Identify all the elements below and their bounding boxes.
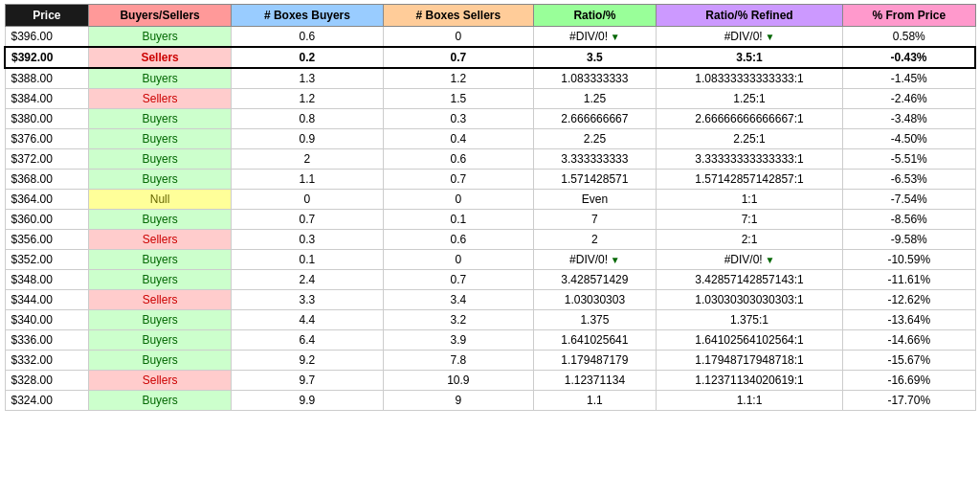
from-price-cell: -0.43% xyxy=(843,47,975,68)
buyers-sellers-cell: Buyers xyxy=(89,68,232,89)
ratio-arrow-icon: ▼ xyxy=(608,32,620,42)
boxes-buyers-cell: 0.9 xyxy=(231,129,383,149)
boxes-buyers-cell: 1.2 xyxy=(231,89,383,109)
table-row: $372.00Buyers20.63.3333333333.3333333333… xyxy=(5,149,975,170)
boxes-sellers-cell: 3.9 xyxy=(383,330,533,351)
boxes-sellers-cell: 0 xyxy=(383,27,533,48)
boxes-sellers-cell: 0.7 xyxy=(383,170,533,190)
table-row: $384.00Sellers1.21.51.251.25:1-2.46% xyxy=(5,89,975,109)
ratio-refined-cell: 1.57142857142857:1 xyxy=(656,170,842,190)
table-row: $396.00Buyers0.60#DIV/0! ▼#DIV/0! ▼0.58% xyxy=(5,27,975,48)
boxes-sellers-cell: 0.7 xyxy=(383,270,533,290)
buyers-sellers-header: Buyers/Sellers xyxy=(89,5,232,27)
from-price-cell: -9.58% xyxy=(843,230,975,250)
boxes-buyers-cell: 6.4 xyxy=(231,330,383,351)
price-header: Price xyxy=(5,5,89,27)
buyers-sellers-cell: Buyers xyxy=(89,351,232,371)
boxes-sellers-cell: 0.7 xyxy=(383,47,533,68)
ratio-cell: 1.641025641 xyxy=(533,330,656,351)
ratio-refined-cell: 7:1 xyxy=(656,210,842,230)
from-price-cell: -16.69% xyxy=(843,371,975,391)
boxes-buyers-cell: 9.9 xyxy=(231,391,383,411)
ratio-cell: #DIV/0! ▼ xyxy=(533,27,656,48)
boxes-buyers-cell: 4.4 xyxy=(231,310,383,330)
from-price-cell: -4.50% xyxy=(843,129,975,149)
ratio-cell: 2.25 xyxy=(533,129,656,149)
ratio-cell: 1.1 xyxy=(533,391,656,411)
boxes-sellers-cell: 0 xyxy=(383,250,533,270)
main-table: Price Buyers/Sellers # Boxes Buyers # Bo… xyxy=(4,4,976,411)
price-cell: $336.00 xyxy=(5,330,89,351)
buyers-sellers-cell: Sellers xyxy=(89,371,232,391)
boxes-buyers-cell: 0.8 xyxy=(231,109,383,129)
price-cell: $340.00 xyxy=(5,310,89,330)
buyers-sellers-cell: Buyers xyxy=(89,330,232,351)
buyers-sellers-cell: Buyers xyxy=(89,270,232,290)
boxes-sellers-header: # Boxes Sellers xyxy=(383,5,533,27)
buyers-sellers-cell: Sellers xyxy=(89,89,232,109)
ratio-refined-cell: 3.33333333333333:1 xyxy=(656,149,842,170)
table-row: $328.00Sellers9.710.91.123711341.1237113… xyxy=(5,371,975,391)
buyers-sellers-cell: Buyers xyxy=(89,170,232,190)
boxes-buyers-cell: 9.2 xyxy=(231,351,383,371)
buyers-sellers-cell: Buyers xyxy=(89,391,232,411)
ratio-cell: 2.666666667 xyxy=(533,109,656,129)
boxes-sellers-cell: 0.6 xyxy=(383,230,533,250)
buyers-sellers-cell: Sellers xyxy=(89,47,232,68)
boxes-buyers-cell: 1.1 xyxy=(231,170,383,190)
from-price-cell: -13.64% xyxy=(843,310,975,330)
from-price-cell: -1.45% xyxy=(843,68,975,89)
from-price-cell: -6.53% xyxy=(843,170,975,190)
table-row: $344.00Sellers3.33.41.030303031.03030303… xyxy=(5,290,975,310)
from-price-cell: -3.48% xyxy=(843,109,975,129)
from-price-cell: -7.54% xyxy=(843,190,975,210)
boxes-buyers-cell: 9.7 xyxy=(231,371,383,391)
boxes-buyers-cell: 2 xyxy=(231,149,383,170)
table-row: $388.00Buyers1.31.21.0833333331.08333333… xyxy=(5,68,975,89)
ratio-cell: #DIV/0! ▼ xyxy=(533,250,656,270)
ratio-cell: 1.12371134 xyxy=(533,371,656,391)
price-cell: $384.00 xyxy=(5,89,89,109)
price-cell: $392.00 xyxy=(5,47,89,68)
table-row: $376.00Buyers0.90.42.252.25:1-4.50% xyxy=(5,129,975,149)
ratio-refined-arrow-icon: ▼ xyxy=(763,255,775,265)
ratio-refined-cell: 1.03030303030303:1 xyxy=(656,290,842,310)
boxes-buyers-cell: 0.6 xyxy=(231,27,383,48)
table-row: $340.00Buyers4.43.21.3751.375:1-13.64% xyxy=(5,310,975,330)
price-cell: $376.00 xyxy=(5,129,89,149)
from-price-cell: -15.67% xyxy=(843,351,975,371)
table-row: $364.00Null00Even1:1-7.54% xyxy=(5,190,975,210)
boxes-buyers-cell: 2.4 xyxy=(231,270,383,290)
boxes-sellers-cell: 0.3 xyxy=(383,109,533,129)
from-price-header: % From Price xyxy=(843,5,975,27)
boxes-sellers-cell: 3.4 xyxy=(383,290,533,310)
ratio-refined-cell: 3.42857142857143:1 xyxy=(656,270,842,290)
price-cell: $396.00 xyxy=(5,27,89,48)
ratio-refined-cell: 1:1 xyxy=(656,190,842,210)
ratio-refined-header: Ratio/% Refined xyxy=(656,5,842,27)
ratio-cell: 1.083333333 xyxy=(533,68,656,89)
from-price-cell: -11.61% xyxy=(843,270,975,290)
ratio-cell: 3.428571429 xyxy=(533,270,656,290)
table-row: $360.00Buyers0.70.177:1-8.56% xyxy=(5,210,975,230)
ratio-refined-cell: 1.17948717948718:1 xyxy=(656,351,842,371)
buyers-sellers-cell: Buyers xyxy=(89,27,232,48)
ratio-refined-cell: #DIV/0! ▼ xyxy=(656,250,842,270)
ratio-refined-cell: 1.64102564102564:1 xyxy=(656,330,842,351)
boxes-sellers-cell: 0 xyxy=(383,190,533,210)
boxes-sellers-cell: 10.9 xyxy=(383,371,533,391)
buyers-sellers-cell: Sellers xyxy=(89,230,232,250)
ratio-cell: 3.5 xyxy=(533,47,656,68)
from-price-cell: -8.56% xyxy=(843,210,975,230)
ratio-header: Ratio/% xyxy=(533,5,656,27)
from-price-cell: -17.70% xyxy=(843,391,975,411)
table-row: $352.00Buyers0.10#DIV/0! ▼#DIV/0! ▼-10.5… xyxy=(5,250,975,270)
buyers-sellers-cell: Buyers xyxy=(89,109,232,129)
from-price-cell: -14.66% xyxy=(843,330,975,351)
ratio-refined-arrow-icon: ▼ xyxy=(763,32,775,42)
ratio-cell: 1.25 xyxy=(533,89,656,109)
ratio-cell: 1.375 xyxy=(533,310,656,330)
table-row: $332.00Buyers9.27.81.1794871791.17948717… xyxy=(5,351,975,371)
price-cell: $328.00 xyxy=(5,371,89,391)
boxes-buyers-cell: 3.3 xyxy=(231,290,383,310)
